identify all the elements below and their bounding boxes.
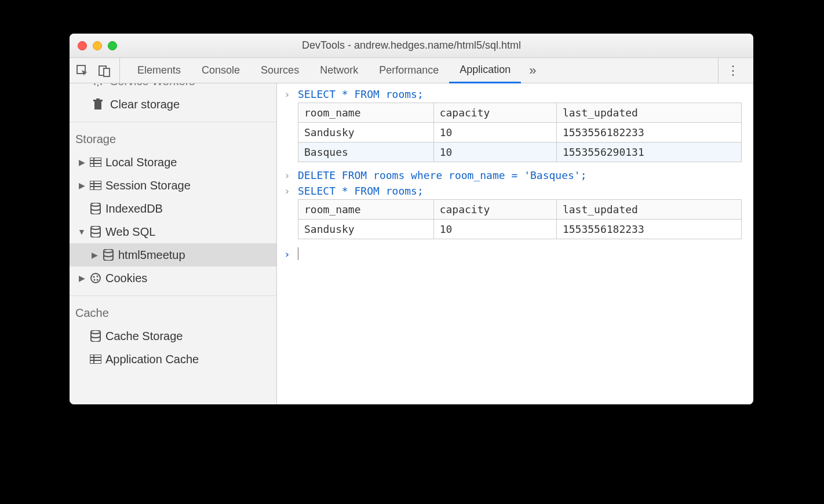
- table-cell: 10: [433, 143, 556, 162]
- tab-network[interactable]: Network: [309, 58, 369, 83]
- database-icon: [89, 330, 102, 342]
- table-icon: [89, 355, 102, 364]
- sidebar-item-label: html5meetup: [118, 249, 185, 262]
- application-sidebar: Service Workers Clear storage Storage ▶ …: [70, 83, 277, 404]
- prompt-icon: ›: [284, 169, 292, 181]
- table-icon: [89, 181, 102, 190]
- query-line: › SELECT * FROM rooms;: [280, 86, 750, 101]
- window-title: DevTools - andrew.hedges.name/html5/sql.…: [70, 39, 753, 52]
- tabbar-tools: [75, 58, 120, 83]
- column-header: last_updated: [556, 200, 741, 220]
- sidebar-item-session-storage[interactable]: ▶ Session Storage: [70, 174, 276, 197]
- tab-application[interactable]: Application: [449, 59, 521, 83]
- column-header: last_updated: [556, 103, 741, 123]
- column-header: room_name: [298, 103, 434, 123]
- prompt-icon: ›: [284, 185, 292, 197]
- cookie-icon: [89, 272, 102, 284]
- sidebar-item-label: Web SQL: [105, 225, 155, 239]
- table-cell: 1553556290131: [556, 143, 741, 162]
- tab-performance[interactable]: Performance: [369, 58, 449, 83]
- sidebar-item-web-sql[interactable]: ▼ Web SQL: [70, 220, 276, 243]
- svg-point-30: [97, 279, 99, 281]
- sidebar-item-cache-storage[interactable]: Cache Storage: [70, 324, 276, 348]
- devtools-tabs: Elements Console Sources Network Perform…: [120, 58, 718, 83]
- column-header: capacity: [433, 200, 556, 220]
- kebab-icon: ⋮: [727, 63, 739, 78]
- query-line: › SELECT * FROM rooms;: [280, 182, 750, 198]
- inspect-element-icon[interactable]: [75, 64, 89, 78]
- sidebar-item-label: Clear storage: [110, 98, 180, 111]
- table-row: Basques 10 1553556290131: [298, 143, 742, 162]
- gear-icon: [92, 83, 104, 87]
- sidebar-item-label: IndexedDB: [105, 202, 163, 216]
- table-cell: Sandusky: [298, 123, 434, 143]
- minimize-window-button[interactable]: [93, 41, 102, 50]
- svg-rect-32: [90, 355, 101, 364]
- sidebar-item-indexeddb[interactable]: IndexedDB: [70, 197, 276, 220]
- svg-point-31: [91, 330, 100, 334]
- sql-statement: SELECT * FROM rooms;: [298, 88, 424, 100]
- tab-sources[interactable]: Sources: [250, 58, 309, 83]
- sidebar-item-label: Service Workers: [110, 83, 195, 88]
- chevron-right-icon: ▶: [78, 158, 86, 167]
- devtools-window: DevTools - andrew.hedges.name/html5/sql.…: [70, 34, 753, 404]
- svg-point-27: [93, 276, 95, 278]
- chevron-right-icon: ▶: [78, 273, 86, 283]
- sidebar-item-clear-storage[interactable]: Clear storage: [70, 93, 276, 116]
- svg-rect-2: [104, 68, 110, 76]
- table-cell: Sandusky: [298, 220, 434, 239]
- chevron-right-icon: ▶: [90, 250, 99, 260]
- prompt-icon: ›: [284, 88, 292, 100]
- sidebar-item-label: Cookies: [105, 272, 147, 285]
- sidebar-item-cookies[interactable]: ▶ Cookies: [70, 266, 276, 290]
- svg-point-26: [91, 273, 100, 283]
- database-icon: [89, 203, 102, 214]
- device-toggle-icon[interactable]: [97, 64, 111, 78]
- trash-icon: [92, 98, 104, 110]
- sidebar-item-application-cache[interactable]: Application Cache: [70, 348, 276, 371]
- tabbar-menu-button[interactable]: ⋮: [718, 58, 748, 83]
- table-cell: 1553556182233: [556, 220, 741, 239]
- tab-console[interactable]: Console: [191, 58, 250, 83]
- sidebar-item-service-workers[interactable]: Service Workers: [70, 83, 276, 93]
- table-cell: 10: [433, 220, 556, 239]
- database-icon: [102, 249, 115, 261]
- svg-rect-12: [94, 101, 101, 109]
- tab-elements[interactable]: Elements: [127, 58, 191, 83]
- sidebar-group-cache: Cache: [70, 295, 276, 324]
- svg-rect-19: [90, 181, 101, 190]
- chevron-right-icon: ▶: [78, 181, 86, 190]
- more-tabs-button[interactable]: »: [521, 63, 544, 78]
- svg-line-10: [94, 84, 96, 85]
- sql-input-line[interactable]: ›: [280, 244, 750, 261]
- table-cell: 10: [433, 123, 556, 143]
- svg-point-29: [94, 279, 96, 281]
- svg-point-24: [91, 226, 100, 229]
- svg-line-9: [101, 84, 102, 85]
- table-cell: Basques: [298, 143, 434, 162]
- table-header-row: room_name capacity last_updated: [298, 103, 742, 123]
- svg-rect-15: [90, 158, 101, 167]
- sql-console[interactable]: › SELECT * FROM rooms; room_name capacit…: [277, 83, 753, 404]
- tabbar: Elements Console Sources Network Perform…: [70, 58, 753, 83]
- table-row: Sandusky 10 1553556182233: [298, 123, 742, 143]
- sidebar-item-local-storage[interactable]: ▶ Local Storage: [70, 151, 276, 174]
- table-icon: [89, 158, 102, 167]
- result-table: room_name capacity last_updated Sandusky…: [298, 103, 742, 162]
- sql-statement: SELECT * FROM rooms;: [298, 185, 424, 197]
- svg-point-25: [104, 249, 113, 253]
- sidebar-item-web-sql-db[interactable]: ▶ html5meetup: [70, 243, 276, 266]
- svg-rect-13: [93, 100, 103, 101]
- column-header: capacity: [433, 103, 556, 123]
- sidebar-item-label: Cache Storage: [105, 330, 183, 343]
- svg-point-28: [97, 276, 99, 277]
- database-icon: [89, 226, 102, 238]
- body: Service Workers Clear storage Storage ▶ …: [70, 83, 753, 404]
- input-prompt-icon: ›: [284, 248, 292, 260]
- sidebar-item-label: Local Storage: [105, 156, 177, 169]
- query-line: › DELETE FROM rooms where room_name = 'B…: [280, 167, 750, 182]
- zoom-window-button[interactable]: [108, 41, 117, 50]
- close-window-button[interactable]: [78, 41, 87, 50]
- traffic-lights: [70, 41, 117, 50]
- result-table: room_name capacity last_updated Sandusky…: [298, 199, 742, 239]
